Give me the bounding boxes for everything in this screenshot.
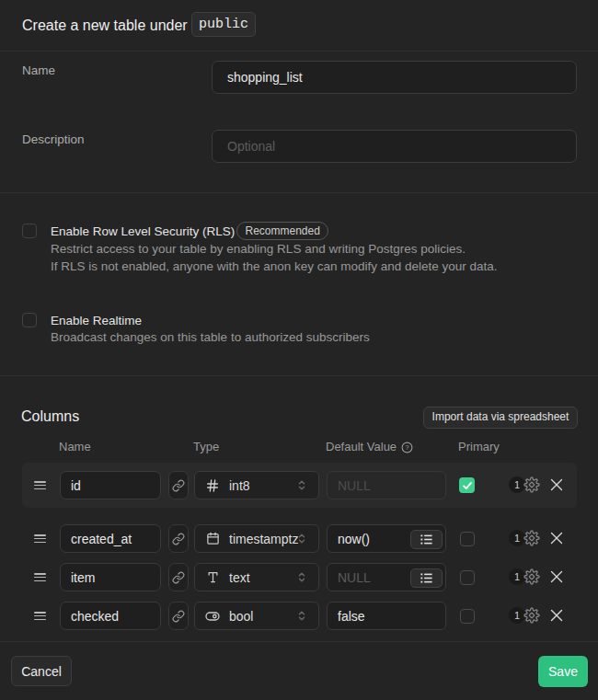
svg-text:?: ? xyxy=(405,443,409,452)
